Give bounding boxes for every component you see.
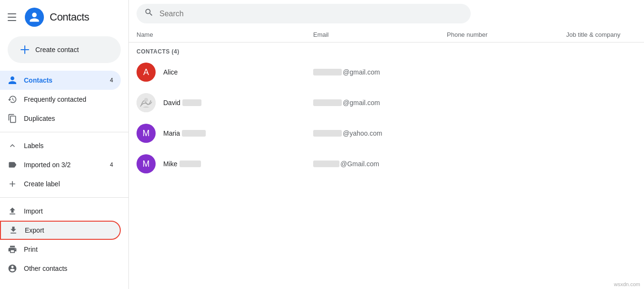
copy-icon: [8, 114, 17, 123]
create-contact-label: Create contact: [35, 46, 79, 54]
print-label: Print: [24, 246, 113, 253]
download-icon: [9, 225, 18, 235]
contact-email: @gmail.com: [313, 68, 447, 76]
search-icon: [144, 8, 154, 20]
contact-name: Alice: [163, 68, 178, 76]
contact-name: David: [163, 99, 201, 107]
plus-icon: [19, 44, 31, 55]
upload-icon: [8, 206, 17, 216]
contact-mike-name-col: M Mike: [137, 154, 313, 173]
contact-email: @Gmail.com: [313, 160, 447, 168]
nav-divider-1: [0, 132, 128, 132]
contact-alice-name-col: A Alice: [137, 63, 313, 82]
label-icon: [8, 160, 17, 170]
imported-label: Imported on 3/2: [24, 161, 103, 169]
person-icon: [8, 75, 17, 85]
table-header: Name Email Phone number Job title & comp…: [129, 27, 644, 43]
email-blurred: [313, 161, 339, 167]
contact-david-name-col: David: [137, 93, 313, 112]
svg-point-1: [144, 98, 148, 102]
search-input[interactable]: [159, 10, 463, 18]
sidebar-item-contacts[interactable]: Contacts 4: [0, 71, 121, 90]
frequently-contacted-label: Frequently contacted: [24, 96, 113, 103]
other-contacts-label: Other contacts: [24, 265, 113, 272]
avatar: M: [137, 124, 156, 143]
contacts-badge: 4: [110, 77, 113, 84]
name-blurred: [179, 161, 201, 167]
table-row[interactable]: David @gmail.com: [129, 87, 644, 118]
header-email: Email: [313, 31, 447, 38]
labels-label: Labels: [24, 142, 121, 150]
table-row[interactable]: M Maria @yahoo.com: [129, 118, 644, 149]
app-logo: [25, 8, 44, 27]
header-name: Name: [137, 31, 313, 38]
email-blurred: [313, 99, 342, 106]
avatar: M: [137, 154, 156, 173]
labels-section[interactable]: Labels: [0, 136, 128, 155]
import-label: Import: [24, 207, 113, 215]
hamburger-menu-icon[interactable]: [8, 11, 19, 23]
table-row[interactable]: A Alice @gmail.com: [129, 57, 644, 87]
sidebar-item-other-contacts[interactable]: Other contacts: [0, 259, 121, 278]
name-blurred: [182, 99, 201, 106]
nav-divider-2: [0, 197, 128, 198]
duplicates-label: Duplicates: [24, 115, 113, 122]
sidebar-item-frequently-contacted[interactable]: Frequently contacted: [0, 90, 121, 109]
contacts-section: CONTACTS (4) A Alice @gmail.com: [129, 43, 644, 289]
header-job: Job title & company: [566, 31, 636, 38]
create-label-text: Create label: [24, 180, 113, 188]
sidebar-item-print[interactable]: Print: [0, 240, 121, 259]
avatar: A: [137, 63, 156, 82]
email-blurred: [313, 69, 342, 75]
contact-name: Mike: [163, 160, 201, 168]
header-phone: Phone number: [447, 31, 566, 38]
table-row[interactable]: M Mike @Gmail.com: [129, 149, 644, 179]
contact-name: Maria: [163, 129, 206, 137]
add-icon: [8, 179, 17, 189]
sidebar-item-duplicates[interactable]: Duplicates: [0, 109, 121, 128]
section-label: CONTACTS (4): [129, 43, 644, 57]
contacts-label: Contacts: [24, 76, 103, 84]
print-icon: [8, 245, 17, 254]
email-blurred: [313, 130, 342, 137]
sidebar-item-export[interactable]: Export: [0, 221, 121, 240]
sidebar-header: Contacts: [0, 4, 128, 32]
export-label: Export: [25, 226, 112, 234]
contact-email: @gmail.com: [313, 99, 447, 107]
contact-email: @yahoo.com: [313, 129, 447, 137]
contact-maria-name-col: M Maria: [137, 124, 313, 143]
create-contact-button[interactable]: Create contact: [8, 36, 121, 63]
person-outline-icon: [8, 264, 17, 273]
sidebar: Contacts Create contact Contacts 4 Frequ…: [0, 0, 129, 289]
main-content: Name Email Phone number Job title & comp…: [129, 0, 644, 289]
sidebar-item-import[interactable]: Import: [0, 202, 121, 221]
imported-badge: 4: [110, 161, 113, 168]
search-bar[interactable]: [137, 4, 471, 23]
history-icon: [8, 95, 17, 104]
app-title: Contacts: [50, 11, 89, 23]
avatar: [137, 93, 156, 112]
sidebar-item-imported[interactable]: Imported on 3/2 4: [0, 155, 121, 174]
chevron-up-icon: [8, 141, 17, 150]
name-blurred: [182, 130, 206, 137]
sidebar-item-create-label[interactable]: Create label: [0, 174, 121, 193]
watermark: wsxdn.com: [614, 281, 640, 287]
search-bar-container: [129, 0, 644, 27]
